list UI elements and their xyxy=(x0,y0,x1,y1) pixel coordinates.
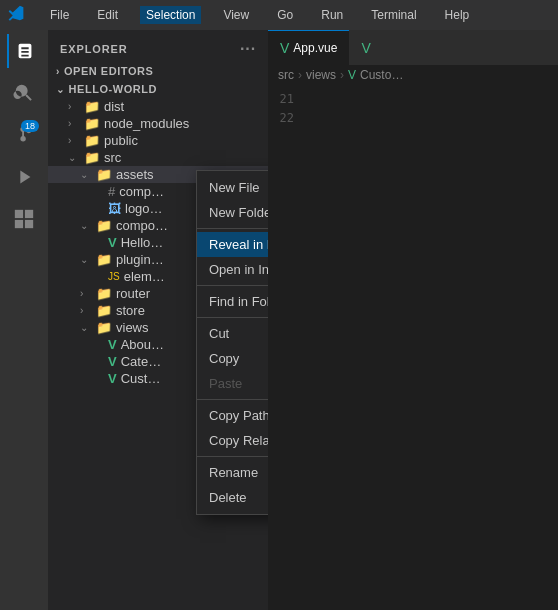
extensions-icon[interactable] xyxy=(7,202,41,236)
ctx-delete[interactable]: Delete https://blog.csdn.net/…te123 xyxy=(197,485,268,510)
ctx-find-in-folder[interactable]: Find in Folder... Shift+Alt+F xyxy=(197,289,268,314)
breadcrumb: src › views › V Custo… xyxy=(268,65,558,85)
svg-rect-2 xyxy=(15,220,23,228)
search-icon[interactable] xyxy=(7,76,41,110)
store-folder-icon: 📁 xyxy=(96,303,112,318)
element-js-icon: JS xyxy=(108,271,120,282)
cate-vue-icon: V xyxy=(108,354,117,369)
breadcrumb-sep-1: › xyxy=(298,68,302,82)
tab-other[interactable]: V xyxy=(349,30,386,65)
ctx-sep-5 xyxy=(197,456,268,457)
menu-file[interactable]: File xyxy=(44,6,75,24)
cust-vue-icon: V xyxy=(108,371,117,386)
svg-rect-0 xyxy=(15,210,23,218)
ctx-sep-4 xyxy=(197,399,268,400)
app-vue-tab-icon: V xyxy=(280,40,289,56)
breadcrumb-vue-icon: V xyxy=(348,68,356,82)
svg-rect-3 xyxy=(25,220,33,228)
sidebar: EXPLORER ··· › OPEN EDITORS ⌄ HELLO-WORL… xyxy=(48,30,268,610)
svg-rect-1 xyxy=(25,210,33,218)
sidebar-more-button[interactable]: ··· xyxy=(240,40,256,58)
assets-folder-icon: 📁 xyxy=(96,167,112,182)
ctx-sep-3 xyxy=(197,317,268,318)
menu-view[interactable]: View xyxy=(217,6,255,24)
plugins-folder-icon: 📁 xyxy=(96,252,112,267)
logo-icon: 🖼 xyxy=(108,201,121,216)
ctx-reveal-file-explorer[interactable]: Reveal in File Explorer Shift+Alt+R xyxy=(197,232,268,257)
tree-item-dist[interactable]: › 📁 dist xyxy=(48,98,268,115)
tab-app-vue[interactable]: V App.vue xyxy=(268,30,349,65)
ctx-cut[interactable]: Cut Ctrl+X xyxy=(197,321,268,346)
menu-go[interactable]: Go xyxy=(271,6,299,24)
other-tab-icon: V xyxy=(361,40,370,56)
main-layout: 18 EXPLORER ··· › OPEN EDITORS ⌄ HELLO-W… xyxy=(0,30,558,610)
components-folder-icon: 📁 xyxy=(96,218,112,233)
menu-help[interactable]: Help xyxy=(439,6,476,24)
menu-run[interactable]: Run xyxy=(315,6,349,24)
explorer-label: EXPLORER xyxy=(60,43,128,55)
ctx-paste: Paste Ctrl+V xyxy=(197,371,268,396)
editor-line-21: 21 xyxy=(268,89,558,108)
menu-selection[interactable]: Selection xyxy=(140,6,201,24)
breadcrumb-src: src xyxy=(278,68,294,82)
activity-bar: 18 xyxy=(0,30,48,610)
open-editors-label: OPEN EDITORS xyxy=(64,65,154,77)
project-label: HELLO-WORLD xyxy=(69,83,158,95)
ctx-open-integrated-terminal[interactable]: Open in Integrated Terminal xyxy=(197,257,268,282)
sidebar-header: EXPLORER ··· xyxy=(48,30,268,62)
breadcrumb-file: Custo… xyxy=(360,68,403,82)
dist-folder-icon: 📁 xyxy=(84,99,100,114)
tab-bar: V App.vue V xyxy=(268,30,558,65)
editor-line-22: 22 xyxy=(268,108,558,127)
editor-content: 21 22 xyxy=(268,85,558,610)
menu-terminal[interactable]: Terminal xyxy=(365,6,422,24)
editor-area: V App.vue V src › views › V Custo… 21 22 xyxy=(268,30,558,610)
source-control-badge: 18 xyxy=(21,120,39,132)
context-menu: New File New Folder Reveal in File Explo… xyxy=(196,170,268,515)
run-debug-icon[interactable] xyxy=(7,160,41,194)
title-bar: File Edit Selection View Go Run Terminal… xyxy=(0,0,558,30)
ctx-new-file[interactable]: New File xyxy=(197,175,268,200)
tree-item-public[interactable]: › 📁 public xyxy=(48,132,268,149)
open-editors-arrow: › xyxy=(56,66,60,77)
files-icon[interactable] xyxy=(7,34,41,68)
public-folder-icon: 📁 xyxy=(84,133,100,148)
ctx-sep-1 xyxy=(197,228,268,229)
tree-item-node-modules[interactable]: › 📁 node_modules xyxy=(48,115,268,132)
tree-item-src[interactable]: ⌄ 📁 src xyxy=(48,149,268,166)
about-vue-icon: V xyxy=(108,337,117,352)
ctx-new-folder[interactable]: New Folder xyxy=(197,200,268,225)
menu-edit[interactable]: Edit xyxy=(91,6,124,24)
source-control-icon[interactable]: 18 xyxy=(7,118,41,152)
ctx-copy-relative-path[interactable]: Copy Relative Path Ctrl+K Ctrl+Shift+C xyxy=(197,428,268,453)
ctx-copy-path[interactable]: Copy Path Shift+Alt+C xyxy=(197,403,268,428)
views-folder-icon: 📁 xyxy=(96,320,112,335)
tab-app-vue-label: App.vue xyxy=(293,41,337,55)
ctx-rename[interactable]: Rename F2 xyxy=(197,460,268,485)
open-editors-section[interactable]: › OPEN EDITORS xyxy=(48,62,268,80)
hello-vue-icon: V xyxy=(108,235,117,250)
node-modules-folder-icon: 📁 xyxy=(84,116,100,131)
comp-css-icon: # xyxy=(108,184,115,199)
ctx-copy[interactable]: Copy Ctrl+C xyxy=(197,346,268,371)
project-arrow: ⌄ xyxy=(56,84,65,95)
project-section[interactable]: ⌄ HELLO-WORLD xyxy=(48,80,268,98)
line-number-21: 21 xyxy=(276,92,306,106)
vscode-logo xyxy=(8,5,24,25)
breadcrumb-views: views xyxy=(306,68,336,82)
router-folder-icon: 📁 xyxy=(96,286,112,301)
breadcrumb-sep-2: › xyxy=(340,68,344,82)
line-number-22: 22 xyxy=(276,111,306,125)
ctx-sep-2 xyxy=(197,285,268,286)
src-folder-icon: 📁 xyxy=(84,150,100,165)
